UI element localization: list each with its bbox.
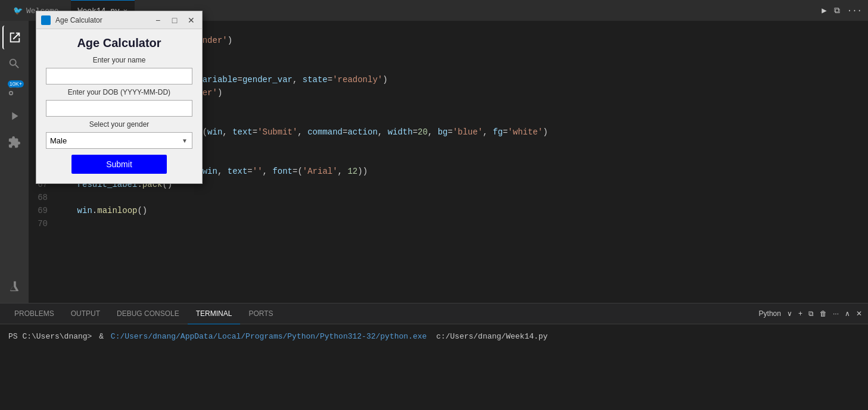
flask-icon[interactable] <box>2 274 26 298</box>
collapse-panel-button[interactable]: ∧ <box>845 309 850 318</box>
submit-button[interactable]: Submit <box>71 155 167 174</box>
split-editor-button[interactable]: ⧉ <box>834 6 840 15</box>
source-control-badge: 10K+ <box>8 80 24 87</box>
chevron-down-icon[interactable]: ∨ <box>787 309 792 318</box>
age-calculator-dialog: Age Calculator − □ ✕ Age Calculator Ente… <box>36 11 203 184</box>
tab-output[interactable]: OUTPUT <box>63 303 108 324</box>
terminal-script <box>429 330 434 343</box>
python-label: Python <box>759 309 781 318</box>
tab-debug-console[interactable]: DEBUG CONSOLE <box>108 303 188 324</box>
close-panel-button[interactable]: ✕ <box>856 309 862 318</box>
dialog-app-icon <box>41 15 51 25</box>
tab-welcome-icon: 🐦 <box>13 6 23 15</box>
explorer-icon[interactable] <box>2 26 26 49</box>
dialog-body: Age Calculator Enter your name Enter you… <box>36 29 202 183</box>
bottom-panel: PROBLEMS OUTPUT DEBUG CONSOLE TERMINAL P… <box>0 303 868 410</box>
gender-select-wrapper: Male Female Other ▼ <box>46 132 192 149</box>
terminal-cmd-prefix: & <box>94 330 108 343</box>
add-terminal-button[interactable]: + <box>798 309 802 318</box>
dialog-close-button[interactable]: ✕ <box>185 14 197 26</box>
run-debug-icon[interactable] <box>2 104 26 128</box>
panel-tabs: PROBLEMS OUTPUT DEBUG CONSOLE TERMINAL P… <box>0 303 868 324</box>
run-button[interactable]: ▶ <box>822 5 826 15</box>
source-control-icon[interactable]: 10K+ <box>2 78 26 102</box>
top-bar-right: ▶ ⧉ ··· <box>822 5 862 15</box>
terminal-line: PS C:\Users\dnang> & C:/Users/dnang/AppD… <box>8 330 860 343</box>
gender-select[interactable]: Male Female Other <box>46 132 192 149</box>
extensions-icon[interactable] <box>2 130 26 154</box>
tab-terminal[interactable]: TERMINAL <box>188 303 241 324</box>
terminal-script-path: c:/Users/dnang/Week14.py <box>436 330 547 343</box>
tab-ports[interactable]: PORTS <box>240 303 281 324</box>
dialog-app-title: Age Calculator <box>46 36 192 50</box>
name-label: Enter your name <box>46 56 192 64</box>
more-options-button[interactable]: ··· <box>847 6 862 15</box>
tab-problems[interactable]: PROBLEMS <box>6 303 63 324</box>
code-line-69: 69 win.mainloop() <box>29 204 868 217</box>
name-input[interactable] <box>46 68 192 84</box>
activity-bar: 10K+ <box>0 21 29 303</box>
dialog-title: Age Calculator <box>55 16 147 24</box>
terminal-content[interactable]: PS C:\Users\dnang> & C:/Users/dnang/AppD… <box>0 324 868 410</box>
terminal-executable: C:/Users/dnang/AppData/Local/Programs/Py… <box>111 330 427 343</box>
trash-terminal-button[interactable]: 🗑 <box>820 309 827 318</box>
dialog-minimize-button[interactable]: − <box>152 14 164 26</box>
dialog-maximize-button[interactable]: □ <box>169 14 181 26</box>
code-line-70: 70 <box>29 217 868 230</box>
gender-label: Select your gender <box>46 120 192 129</box>
panel-tab-right: Python ∨ + ⧉ 🗑 ··· ∧ ✕ <box>759 309 862 318</box>
dob-label: Enter your DOB (YYYY-MM-DD) <box>46 88 192 96</box>
dialog-titlebar: Age Calculator − □ ✕ <box>36 11 202 29</box>
search-icon[interactable] <box>2 52 26 76</box>
code-line-68: 68 <box>29 191 868 204</box>
more-terminal-button[interactable]: ··· <box>833 309 839 318</box>
split-terminal-button[interactable]: ⧉ <box>808 309 814 318</box>
dob-input[interactable] <box>46 100 192 117</box>
terminal-prompt: PS C:\Users\dnang> <box>8 330 92 343</box>
